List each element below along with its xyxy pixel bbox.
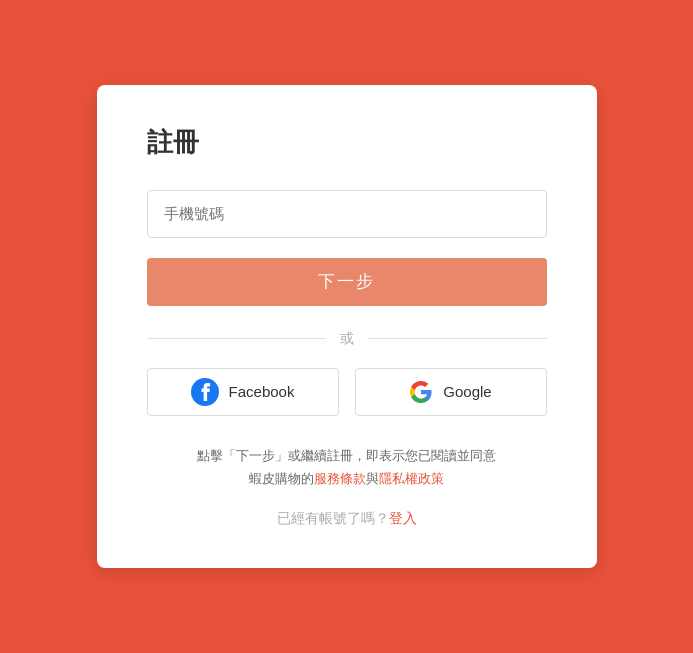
login-row: 已經有帳號了嗎？登入 <box>147 510 547 528</box>
page-title: 註冊 <box>147 125 547 160</box>
facebook-label: Facebook <box>229 383 295 400</box>
terms-of-service-link[interactable]: 服務條款 <box>314 471 366 486</box>
facebook-icon <box>191 378 219 406</box>
terms-and: 與 <box>366 471 379 486</box>
next-button[interactable]: 下一步 <box>147 258 547 306</box>
phone-input[interactable] <box>147 190 547 238</box>
google-icon <box>409 380 433 404</box>
divider-right-line <box>368 338 547 339</box>
register-card: 註冊 下一步 或 Facebook Google 點擊「 <box>97 85 597 569</box>
google-button[interactable]: Google <box>355 368 547 416</box>
divider-text: 或 <box>326 330 368 348</box>
terms-text: 點擊「下一步」或繼續註冊，即表示您已閱讀並同意 蝦皮購物的服務條款與隱私權政策 <box>147 444 547 491</box>
already-have-account-text: 已經有帳號了嗎？ <box>277 510 389 526</box>
login-link[interactable]: 登入 <box>389 510 417 526</box>
privacy-policy-link[interactable]: 隱私權政策 <box>379 471 444 486</box>
facebook-button[interactable]: Facebook <box>147 368 339 416</box>
google-label: Google <box>443 383 491 400</box>
terms-shopee: 蝦皮購物的 <box>249 471 314 486</box>
social-buttons-row: Facebook Google <box>147 368 547 416</box>
divider: 或 <box>147 330 547 348</box>
terms-line1: 點擊「下一步」或繼續註冊，即表示您已閱讀並同意 <box>197 448 496 463</box>
divider-left-line <box>147 338 326 339</box>
